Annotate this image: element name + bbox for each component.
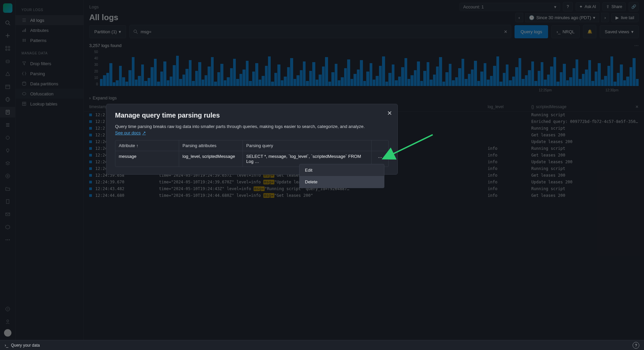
modal-description: Query time parsing breaks raw log data i…: [115, 124, 389, 129]
rules-header: Attribute ↑ Parsing attributes Parsing q…: [115, 140, 388, 151]
rules-table: Attribute ↑ Parsing attributes Parsing q…: [115, 140, 389, 167]
rule-attribute: message: [115, 151, 179, 167]
modal-title: Manage query time parsing rules: [115, 112, 389, 119]
external-link-icon: ↗: [142, 130, 146, 135]
ctx-edit[interactable]: Edit: [300, 164, 384, 176]
ctx-delete[interactable]: Delete: [300, 176, 384, 188]
context-menu: Edit Delete: [299, 164, 384, 188]
docs-link-label: See our docs: [115, 130, 141, 135]
footer-help-button[interactable]: ?: [633, 342, 639, 349]
col-header-attribute[interactable]: Attribute ↑: [115, 140, 179, 151]
docs-link[interactable]: See our docs ↗: [115, 130, 146, 135]
terminal-icon: ›_: [5, 343, 8, 348]
modal-close-button[interactable]: ✕: [387, 110, 392, 117]
footer: ›_ Query your data ?: [0, 340, 644, 350]
col-header-parsing-query[interactable]: Parsing query: [243, 140, 372, 151]
col-header-parsing-attrs[interactable]: Parsing attributes: [179, 140, 243, 151]
footer-query-label[interactable]: Query your data: [11, 343, 40, 348]
rule-parsing-attrs: log_level, scriptedMessage: [179, 151, 243, 167]
col-header-actions: [372, 140, 388, 151]
